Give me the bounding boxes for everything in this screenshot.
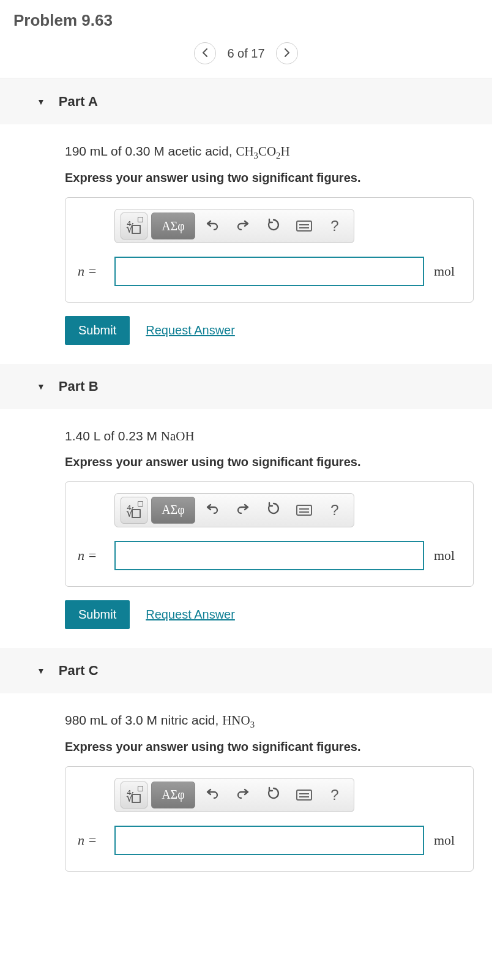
equation-toolbar: ∜ ΑΣφ ? bbox=[114, 209, 354, 243]
reset-button[interactable] bbox=[260, 497, 287, 524]
part-header-a[interactable]: ▼ Part A bbox=[0, 79, 492, 124]
undo-icon bbox=[206, 219, 219, 233]
undo-icon bbox=[206, 503, 219, 517]
prev-button[interactable] bbox=[194, 42, 216, 64]
part-title: Part A bbox=[59, 94, 98, 110]
part-header-b[interactable]: ▼ Part B bbox=[0, 364, 492, 409]
undo-button[interactable] bbox=[199, 213, 226, 239]
redo-button[interactable] bbox=[229, 497, 256, 524]
part-c: ▼ Part C 980 mL of 3.0 M nitric acid, HN… bbox=[0, 647, 492, 891]
instruction-text: Express your answer using two significan… bbox=[65, 740, 474, 754]
chemical-formula: HNO3 bbox=[222, 713, 255, 728]
question-prefix: 1.40 L of 0.23 M bbox=[65, 429, 161, 443]
request-answer-link[interactable]: Request Answer bbox=[146, 323, 235, 337]
keyboard-button[interactable] bbox=[291, 782, 318, 809]
reset-button[interactable] bbox=[260, 782, 287, 809]
template-icon: ∜ bbox=[125, 786, 143, 804]
redo-icon bbox=[236, 503, 250, 517]
caret-down-icon: ▼ bbox=[37, 382, 45, 391]
greek-button[interactable]: ΑΣφ bbox=[151, 213, 195, 239]
keyboard-icon bbox=[296, 221, 312, 232]
caret-down-icon: ▼ bbox=[37, 97, 45, 107]
instruction-text: Express your answer using two significan… bbox=[65, 171, 474, 185]
chemical-formula: CH3CO2H bbox=[236, 144, 289, 159]
undo-button[interactable] bbox=[199, 782, 226, 809]
answer-input[interactable] bbox=[114, 541, 424, 570]
redo-icon bbox=[236, 788, 250, 802]
redo-button[interactable] bbox=[229, 213, 256, 239]
submit-button[interactable]: Submit bbox=[65, 600, 130, 629]
keyboard-button[interactable] bbox=[291, 213, 318, 239]
answer-input[interactable] bbox=[114, 826, 424, 855]
pager: 6 of 17 bbox=[0, 42, 492, 78]
answer-box: ∜ ΑΣφ ? n = bbox=[65, 197, 474, 303]
keyboard-icon bbox=[296, 505, 312, 516]
template-button[interactable]: ∜ bbox=[121, 497, 147, 524]
variable-label: n = bbox=[78, 548, 105, 564]
reset-icon bbox=[267, 218, 280, 235]
part-a: ▼ Part A 190 mL of 0.30 M acetic acid, C… bbox=[0, 78, 492, 363]
instruction-text: Express your answer using two significan… bbox=[65, 455, 474, 469]
keyboard-icon bbox=[296, 790, 312, 801]
next-button[interactable] bbox=[276, 42, 298, 64]
help-button[interactable]: ? bbox=[321, 213, 348, 239]
reset-icon bbox=[267, 786, 280, 803]
redo-button[interactable] bbox=[229, 782, 256, 809]
page-title: Problem 9.63 bbox=[0, 0, 492, 42]
chevron-left-icon bbox=[201, 47, 209, 60]
keyboard-button[interactable] bbox=[291, 497, 318, 524]
part-title: Part C bbox=[59, 663, 99, 679]
undo-button[interactable] bbox=[199, 497, 226, 524]
help-button[interactable]: ? bbox=[321, 782, 348, 809]
reset-button[interactable] bbox=[260, 213, 287, 239]
template-button[interactable]: ∜ bbox=[121, 213, 147, 239]
unit-label: mol bbox=[434, 263, 461, 279]
reset-icon bbox=[267, 502, 280, 518]
answer-box: ∜ ΑΣφ ? n = bbox=[65, 766, 474, 872]
answer-box: ∜ ΑΣφ ? n = bbox=[65, 481, 474, 587]
question-text: 190 mL of 0.30 M acetic acid, CH3CO2H bbox=[65, 141, 474, 162]
template-icon: ∜ bbox=[125, 217, 143, 235]
variable-label: n = bbox=[78, 832, 105, 848]
pager-label: 6 of 17 bbox=[227, 47, 264, 61]
submit-button[interactable]: Submit bbox=[65, 316, 130, 345]
chevron-right-icon bbox=[283, 47, 291, 60]
question-text: 1.40 L of 0.23 M NaOH bbox=[65, 426, 474, 447]
chemical-formula: NaOH bbox=[161, 429, 195, 443]
template-icon: ∜ bbox=[125, 501, 143, 519]
request-answer-link[interactable]: Request Answer bbox=[146, 608, 235, 622]
answer-input[interactable] bbox=[114, 257, 424, 286]
part-header-c[interactable]: ▼ Part C bbox=[0, 648, 492, 693]
variable-label: n = bbox=[78, 263, 105, 279]
undo-icon bbox=[206, 788, 219, 802]
equation-toolbar: ∜ ΑΣφ ? bbox=[114, 778, 354, 812]
part-b: ▼ Part B 1.40 L of 0.23 M NaOH Express y… bbox=[0, 363, 492, 647]
equation-toolbar: ∜ ΑΣφ ? bbox=[114, 493, 354, 527]
template-button[interactable]: ∜ bbox=[121, 782, 147, 809]
greek-button[interactable]: ΑΣφ bbox=[151, 497, 195, 524]
greek-button[interactable]: ΑΣφ bbox=[151, 782, 195, 809]
question-prefix: 190 mL of 0.30 M acetic acid, bbox=[65, 144, 236, 158]
unit-label: mol bbox=[434, 548, 461, 564]
help-button[interactable]: ? bbox=[321, 497, 348, 524]
unit-label: mol bbox=[434, 832, 461, 848]
redo-icon bbox=[236, 219, 250, 233]
caret-down-icon: ▼ bbox=[37, 666, 45, 676]
part-title: Part B bbox=[59, 379, 99, 394]
question-text: 980 mL of 3.0 M nitric acid, HNO3 bbox=[65, 710, 474, 731]
question-prefix: 980 mL of 3.0 M nitric acid, bbox=[65, 713, 222, 727]
